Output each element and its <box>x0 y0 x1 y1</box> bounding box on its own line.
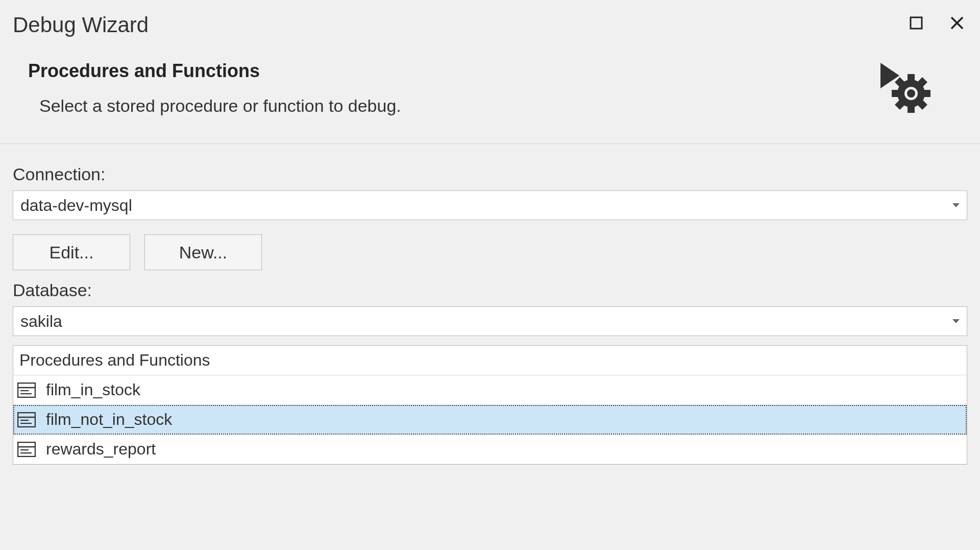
header-text: Procedures and Functions Select a stored… <box>28 60 873 116</box>
list-item[interactable]: film_in_stock <box>13 375 967 405</box>
close-icon <box>950 16 964 30</box>
connection-label: Connection: <box>13 164 967 184</box>
list-item[interactable]: film_not_in_stock <box>13 405 967 435</box>
procedure-icon <box>17 442 36 457</box>
connection-button-row: Edit... New... <box>13 234 967 270</box>
database-value: sakila <box>20 312 62 331</box>
svg-rect-0 <box>911 17 922 29</box>
database-label: Database: <box>13 280 967 300</box>
database-select[interactable]: sakila <box>13 306 967 336</box>
list-item[interactable]: rewards_report <box>13 435 967 464</box>
edit-button[interactable]: Edit... <box>13 234 130 270</box>
close-button[interactable] <box>947 13 967 33</box>
connection-select[interactable]: data-dev-mysql <box>13 190 967 220</box>
debug-wizard-window: Debug Wizard Procedures and Functions Se… <box>0 0 980 550</box>
svg-marker-3 <box>880 63 899 88</box>
list-item-label: rewards_report <box>46 440 156 459</box>
chevron-down-icon <box>952 203 960 207</box>
procedure-icon <box>17 412 36 427</box>
connection-value: data-dev-mysql <box>20 196 132 215</box>
page-heading: Procedures and Functions <box>28 60 873 82</box>
new-button[interactable]: New... <box>144 234 262 270</box>
svg-line-12 <box>920 80 925 85</box>
maximize-icon <box>910 16 923 30</box>
titlebar: Debug Wizard <box>0 0 980 37</box>
procedure-icon <box>17 382 36 398</box>
svg-line-9 <box>897 80 902 85</box>
list-header: Procedures and Functions <box>13 346 967 375</box>
list-item-label: film_in_stock <box>46 380 140 399</box>
procedures-list: Procedures and Functions film_in_stock f… <box>13 345 967 465</box>
header-section: Procedures and Functions Select a stored… <box>0 37 980 144</box>
form-area: Connection: data-dev-mysql Edit... New..… <box>0 144 980 475</box>
svg-line-10 <box>920 102 925 107</box>
maximize-button[interactable] <box>906 13 926 33</box>
chevron-down-icon <box>952 319 960 323</box>
list-item-label: film_not_in_stock <box>46 410 172 429</box>
page-subtext: Select a stored procedure or function to… <box>39 96 873 116</box>
titlebar-controls <box>906 13 967 33</box>
window-title: Debug Wizard <box>13 13 149 37</box>
svg-point-13 <box>907 89 915 98</box>
debug-gear-icon <box>873 60 939 121</box>
svg-line-11 <box>897 102 902 107</box>
